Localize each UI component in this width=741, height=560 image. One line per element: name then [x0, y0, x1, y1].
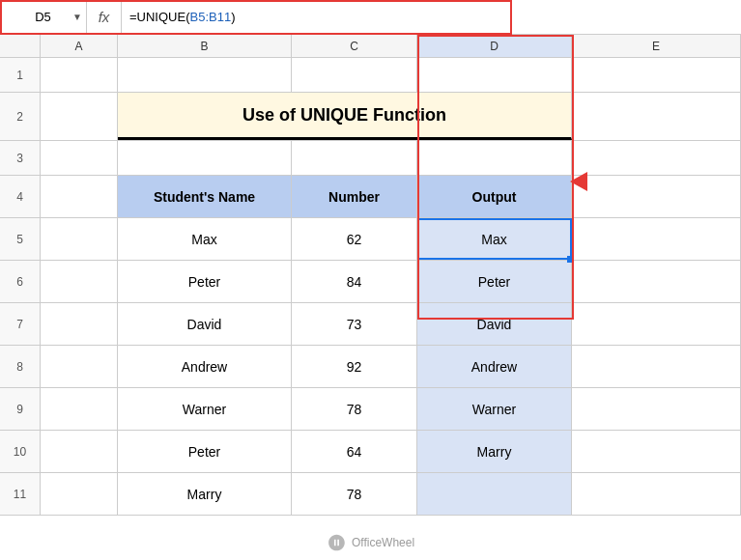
cell-e1[interactable]: [572, 58, 741, 92]
cell-a11[interactable]: [41, 473, 118, 515]
cell-ref-dropdown-icon[interactable]: ▼: [72, 12, 82, 22]
formula-arg: B5:B11: [189, 10, 231, 24]
row-num-10: 10: [0, 431, 41, 472]
row-5: 5 Max 62 Max: [0, 218, 741, 261]
row-7: 7 David 73 David: [0, 303, 741, 346]
row-num-9: 9: [0, 388, 41, 430]
spreadsheet: D5 ▼ fx =UNIQUE(B5:B11) A B C D E 1: [0, 0, 741, 560]
cell-b5[interactable]: Max: [118, 218, 292, 260]
row-11: 11 Marry 78: [0, 473, 741, 516]
cell-d10[interactable]: Marry: [417, 431, 572, 472]
row-1: 1: [0, 58, 741, 93]
row-num-3: 3: [0, 141, 41, 175]
cell-c3[interactable]: [292, 141, 417, 175]
cell-d9[interactable]: Warner: [417, 388, 572, 430]
cell-b11[interactable]: Marry: [118, 473, 292, 515]
cell-c1[interactable]: [292, 58, 417, 92]
fill-handle[interactable]: [567, 256, 574, 263]
cell-e10[interactable]: [572, 431, 741, 472]
cell-c4-header: Number: [292, 176, 417, 217]
row-num-6: 6: [0, 261, 41, 302]
cell-a10[interactable]: [41, 431, 118, 472]
row-num-2: 2: [0, 93, 41, 140]
cell-d8[interactable]: Andrew: [417, 346, 572, 387]
formula-text: =UNIQUE(B5:B11): [129, 10, 235, 24]
row-num-header: [0, 35, 41, 57]
watermark: OfficeWheel: [327, 533, 414, 552]
cell-a1[interactable]: [41, 58, 118, 92]
watermark-icon: [327, 533, 346, 552]
cell-a9[interactable]: [41, 388, 118, 430]
formula-bar: D5 ▼ fx =UNIQUE(B5:B11): [0, 0, 741, 35]
cell-b10[interactable]: Peter: [118, 431, 292, 472]
col-header-a: A: [41, 35, 118, 57]
cell-b9[interactable]: Warner: [118, 388, 292, 430]
cell-c7[interactable]: 73: [292, 303, 417, 345]
cell-c5[interactable]: 62: [292, 218, 417, 260]
row-9: 9 Warner 78 Warner: [0, 388, 741, 431]
grid-area: A B C D E 1 2 Use of UNIQUE Function 3: [0, 35, 741, 516]
row-2: 2 Use of UNIQUE Function: [0, 93, 741, 141]
fx-label: fx: [87, 0, 122, 35]
row-num-8: 8: [0, 346, 41, 387]
cell-a3[interactable]: [41, 141, 118, 175]
cell-a2[interactable]: [41, 93, 118, 140]
cell-e4[interactable]: [572, 176, 741, 217]
cell-d5[interactable]: Max: [417, 218, 572, 260]
row-4: 4 Student's Name Number Output: [0, 176, 741, 218]
row-10: 10 Peter 64 Marry: [0, 431, 741, 473]
formula-input[interactable]: =UNIQUE(B5:B11): [122, 0, 741, 35]
row-num-7: 7: [0, 303, 41, 345]
cell-e7[interactable]: [572, 303, 741, 345]
cell-e6[interactable]: [572, 261, 741, 302]
cell-a5[interactable]: [41, 218, 118, 260]
cell-e9[interactable]: [572, 388, 741, 430]
row-num-11: 11: [0, 473, 41, 515]
cell-e2[interactable]: [572, 93, 741, 140]
row-num-4: 4: [0, 176, 41, 217]
cell-a8[interactable]: [41, 346, 118, 387]
cell-c11[interactable]: 78: [292, 473, 417, 515]
col-header-c: C: [292, 35, 417, 57]
col-header-b: B: [118, 35, 292, 57]
cell-b7[interactable]: David: [118, 303, 292, 345]
cell-d1[interactable]: [417, 58, 572, 92]
row-num-5: 5: [0, 218, 41, 260]
cell-c9[interactable]: 78: [292, 388, 417, 430]
col-header-e: E: [572, 35, 741, 57]
cell-a4[interactable]: [41, 176, 118, 217]
cell-b1[interactable]: [118, 58, 292, 92]
data-rows: 5 Max 62 Max 6 Peter 84 Peter 7 David 73…: [0, 218, 741, 516]
cell-e3[interactable]: [572, 141, 741, 175]
cell-d6[interactable]: Peter: [417, 261, 572, 302]
row-8: 8 Andrew 92 Andrew: [0, 346, 741, 388]
cell-reference-box[interactable]: D5 ▼: [0, 0, 87, 35]
cell-b8[interactable]: Andrew: [118, 346, 292, 387]
cell-d4-header: Output: [417, 176, 572, 217]
row-3: 3: [0, 141, 741, 176]
cell-b3[interactable]: [118, 141, 292, 175]
col-header-d: D: [417, 35, 572, 57]
column-headers-row: A B C D E: [0, 35, 741, 58]
title-cell: Use of UNIQUE Function: [118, 93, 572, 140]
cell-ref-value: D5: [35, 10, 51, 24]
cell-c8[interactable]: 92: [292, 346, 417, 387]
cell-a6[interactable]: [41, 261, 118, 302]
cell-c10[interactable]: 64: [292, 431, 417, 472]
cell-e11[interactable]: [572, 473, 741, 515]
cell-b4-header: Student's Name: [118, 176, 292, 217]
watermark-text: OfficeWheel: [352, 536, 414, 549]
row-6: 6 Peter 84 Peter: [0, 261, 741, 303]
cell-d11[interactable]: [417, 473, 572, 515]
cell-b6[interactable]: Peter: [118, 261, 292, 302]
cell-a7[interactable]: [41, 303, 118, 345]
cell-c6[interactable]: 84: [292, 261, 417, 302]
row-num-1: 1: [0, 58, 41, 92]
cell-e8[interactable]: [572, 346, 741, 387]
cell-d3[interactable]: [417, 141, 572, 175]
cell-d7[interactable]: David: [417, 303, 572, 345]
cell-e5[interactable]: [572, 218, 741, 260]
